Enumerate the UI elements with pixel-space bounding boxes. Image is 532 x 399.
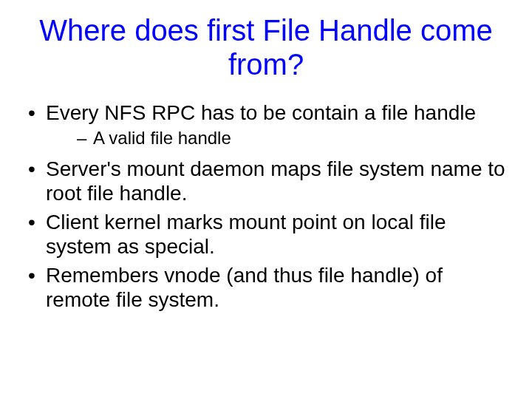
sub-bullet-list: A valid file handle bbox=[46, 128, 511, 149]
list-item-text: Remembers vnode (and thus file handle) o… bbox=[46, 264, 443, 311]
list-item: Server's mount daemon maps file system n… bbox=[21, 157, 511, 205]
list-item-text: Client kernel marks mount point on local… bbox=[46, 211, 446, 258]
list-item: A valid file handle bbox=[46, 128, 511, 149]
slide-title: Where does first File Handle come from? bbox=[21, 13, 511, 81]
list-item-text: A valid file handle bbox=[93, 128, 231, 148]
slide: Where does first File Handle come from? … bbox=[0, 0, 532, 399]
list-item: Client kernel marks mount point on local… bbox=[21, 210, 511, 259]
list-item: Remembers vnode (and thus file handle) o… bbox=[21, 263, 511, 312]
list-item-text: Server's mount daemon maps file system n… bbox=[46, 157, 505, 205]
list-item: Every NFS RPC has to be contain a file h… bbox=[21, 100, 511, 149]
list-item-text: Every NFS RPC has to be contain a file h… bbox=[46, 101, 476, 124]
bullet-list: Every NFS RPC has to be contain a file h… bbox=[21, 100, 511, 312]
